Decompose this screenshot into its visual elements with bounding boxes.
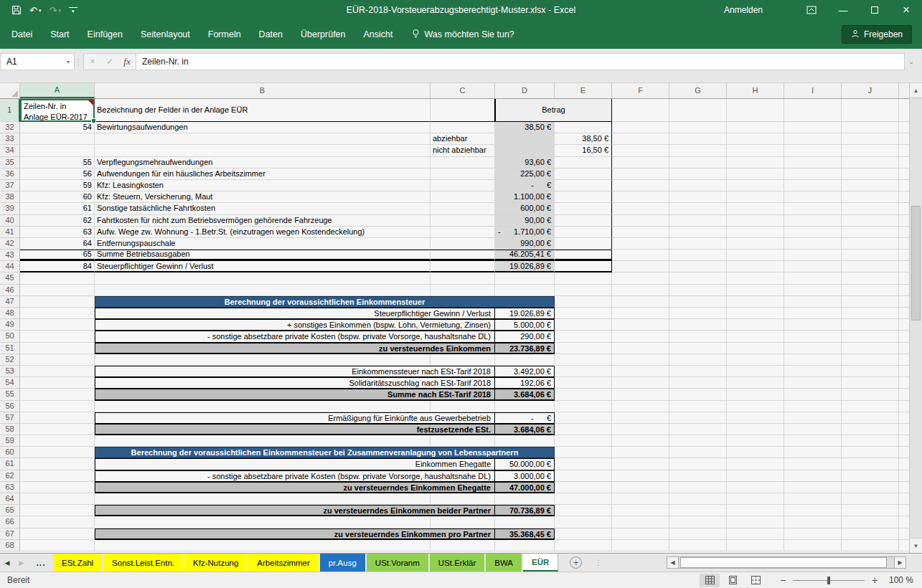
label-cell-B58[interactable]: festzusetzende ESt. — [95, 424, 495, 435]
name-box[interactable]: A1 ▾ — [0, 53, 75, 70]
ribbon-tab-formeln[interactable]: Formeln — [208, 29, 241, 39]
row-header-54[interactable]: 54 — [0, 377, 20, 389]
cell-A37[interactable]: 59 — [20, 180, 95, 191]
cell-A49[interactable] — [20, 319, 95, 331]
cell-A64[interactable] — [20, 493, 95, 505]
row-header-33[interactable]: 33 — [0, 133, 20, 145]
cell-E63[interactable] — [555, 482, 612, 493]
tell-me-box[interactable]: Was möchten Sie tun? — [411, 29, 514, 41]
cell-B45[interactable] — [95, 272, 431, 284]
sheet-tab-ust-erkl-r[interactable]: USt.Erklär — [430, 554, 486, 572]
cell-E49[interactable] — [555, 319, 612, 331]
row-header-46[interactable]: 46 — [0, 285, 20, 296]
cell-E41[interactable] — [555, 227, 612, 238]
cell-E51[interactable] — [555, 343, 612, 354]
cells-F-J-row-44[interactable] — [612, 261, 909, 272]
close-button[interactable]: × — [890, 0, 922, 20]
row-header-45[interactable]: 45 — [0, 272, 20, 284]
cells-F-J-row-59[interactable] — [612, 435, 909, 447]
row-header-35[interactable]: 35 — [0, 157, 20, 169]
cells-F-J-row-33[interactable] — [612, 133, 909, 145]
zoom-out-icon[interactable]: − — [778, 574, 787, 586]
cells-F-J-row-53[interactable] — [612, 366, 909, 377]
cell-E53[interactable] — [555, 366, 612, 377]
cells-F1-J1[interactable] — [612, 99, 909, 122]
cell-A39[interactable]: 61 — [20, 203, 95, 214]
sheet-tab-e-r[interactable]: EÜR — [523, 554, 558, 572]
cell-E58[interactable] — [555, 424, 612, 435]
scroll-down-icon[interactable]: ▼ — [910, 538, 922, 553]
cell-B59[interactable] — [95, 435, 431, 447]
column-header-I[interactable]: I — [784, 83, 842, 98]
scroll-right-icon[interactable]: ▶ — [894, 556, 906, 569]
customize-qat-icon[interactable]: ▾ — [69, 7, 77, 14]
cell-D52[interactable] — [495, 354, 555, 366]
ribbon-tab-ansicht[interactable]: Ansicht — [364, 29, 393, 39]
cell-A43[interactable]: 65 — [20, 250, 95, 261]
cell-D1-E1-betrag[interactable]: Betrag — [495, 99, 612, 122]
cell-B33[interactable] — [95, 133, 431, 145]
column-header-F[interactable]: F — [612, 83, 669, 98]
row-header-34[interactable]: 34 — [0, 145, 20, 156]
cell-D37[interactable]: - € — [495, 180, 555, 191]
row-header-66[interactable]: 66 — [0, 516, 20, 528]
cell-D34[interactable] — [495, 145, 555, 156]
row-header-61[interactable]: 61 — [0, 458, 20, 470]
row-header-62[interactable]: 62 — [0, 470, 20, 482]
label-cell-B63[interactable]: zu versteuerndes Einkommen Ehegatte — [95, 482, 495, 493]
label-cell-B55[interactable]: Summe nach ESt-Tarif 2018 — [95, 389, 495, 400]
value-cell-D48[interactable]: 19.026,89 € — [495, 308, 555, 319]
cell-A57[interactable] — [20, 412, 95, 424]
cell-E37[interactable] — [555, 180, 612, 191]
row-header-57[interactable]: 57 — [0, 412, 20, 424]
cells-F-J-row-43[interactable] — [612, 250, 909, 261]
label-cell-B57[interactable]: Ermäßigung für Einkünfte aus Gewerbebetr… — [95, 412, 495, 424]
cell-B44[interactable]: Steuerpflichtiger Gewinn / Verlust — [95, 261, 431, 272]
cell-D68[interactable] — [495, 540, 555, 551]
label-cell-B51[interactable]: zu versteuerndes Einkommen — [95, 343, 495, 354]
row-header-52[interactable]: 52 — [0, 354, 20, 366]
label-cell-B53[interactable]: Einkommenssteuer nach ESt-Tarif 2018 — [95, 366, 495, 377]
cell-C56[interactable] — [431, 401, 495, 412]
cell-D40[interactable]: 90,00 € — [495, 215, 555, 227]
horizontal-scrollbar[interactable]: ◀ ▶ — [667, 556, 906, 569]
cell-E57[interactable] — [555, 412, 612, 424]
ribbon-tab-überprüfen[interactable]: Überprüfen — [301, 29, 346, 39]
cell-D43[interactable]: 46.205,41 € — [495, 250, 555, 261]
cell-B35[interactable]: Verpflegungsmehraufwendungen — [95, 157, 431, 169]
column-header-B[interactable]: B — [95, 83, 431, 98]
cell-C43[interactable] — [431, 250, 495, 261]
cells-F-J-row-35[interactable] — [612, 157, 909, 169]
row-header-53[interactable]: 53 — [0, 366, 20, 377]
cell-A36[interactable]: 56 — [20, 169, 95, 180]
row-header-56[interactable]: 56 — [0, 401, 20, 412]
value-cell-D63[interactable]: 47.000,00 € — [495, 482, 555, 493]
undo-icon[interactable]: ↶▾ — [29, 6, 41, 15]
vertical-scroll-track[interactable] — [910, 98, 922, 538]
value-cell-D61[interactable]: 50.000,00 € — [495, 458, 555, 470]
cell-D32[interactable]: 38,50 € — [495, 122, 555, 133]
row-header-41[interactable]: 41 — [0, 227, 20, 238]
label-cell-B61[interactable]: Einkommen Ehegatte — [95, 458, 495, 470]
value-cell-D51[interactable]: 23.736,89 € — [495, 343, 555, 354]
cell-E48[interactable] — [555, 308, 612, 319]
cell-E44[interactable] — [555, 261, 612, 272]
cell-C37[interactable] — [431, 180, 495, 191]
cell-C68[interactable] — [431, 540, 495, 551]
cell-E35[interactable] — [555, 157, 612, 169]
cell-A33[interactable] — [20, 133, 95, 145]
name-box-dropdown-icon[interactable]: ▾ — [62, 59, 74, 65]
cell-B43[interactable]: Summe Betriebsausgaben — [95, 250, 431, 261]
cell-E68[interactable] — [555, 540, 612, 551]
label-cell-B54[interactable]: Solidaritätszuschlag nach ESt-Tarif 2018 — [95, 377, 495, 389]
sheet-tab-bwa[interactable]: BWA — [486, 554, 523, 572]
sheet-tab-kfz-nutzung[interactable]: Kfz-Nutzung — [184, 554, 248, 572]
cells-F-J-row-55[interactable] — [612, 389, 909, 400]
cell-A59[interactable] — [20, 435, 95, 447]
cell-A48[interactable] — [20, 308, 95, 319]
cells-F-J-row-58[interactable] — [612, 424, 909, 435]
cell-A47[interactable] — [20, 296, 95, 308]
vertical-scroll-thumb[interactable] — [911, 206, 921, 321]
scroll-up-icon[interactable]: ▲ — [910, 83, 922, 98]
cell-A66[interactable] — [20, 516, 95, 528]
